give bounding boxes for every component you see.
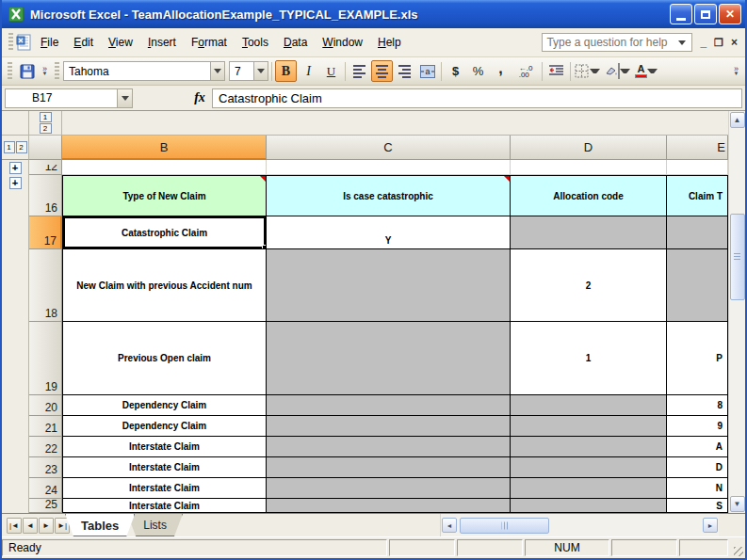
first-sheet-button[interactable]: |◄ [7, 518, 22, 534]
menu-tools[interactable]: Tools [235, 32, 276, 53]
cell-C23[interactable] [267, 457, 511, 478]
doc-minimize-button[interactable]: _ [700, 36, 706, 49]
cell-D24[interactable] [511, 478, 667, 499]
cell-B23[interactable]: Interstate Claim [62, 457, 267, 478]
cell-C12[interactable] [267, 160, 511, 175]
scroll-up-button[interactable]: ▲ [730, 112, 745, 128]
toolbar-overflow-button[interactable]: »▼ [39, 60, 51, 82]
row-outline-level-1-button[interactable]: 1 [4, 141, 15, 153]
merge-center-button[interactable]: a [416, 60, 438, 82]
row-header-22[interactable]: 22 [29, 437, 62, 457]
cell-D17[interactable] [511, 216, 667, 249]
cell-B21[interactable]: Dependency Claim [62, 416, 267, 437]
scroll-down-button[interactable]: ▼ [730, 496, 745, 512]
toolbar-overflow-button[interactable]: »▼ [730, 60, 742, 82]
align-left-button[interactable] [349, 60, 370, 82]
cell-D18[interactable]: 2 [511, 249, 667, 322]
cell-C16[interactable]: Is case catastrophic [267, 175, 511, 216]
font-size-dropdown[interactable] [253, 62, 268, 80]
cell-B24[interactable]: Interstate Claim [62, 478, 267, 499]
resize-grip[interactable] [730, 539, 743, 556]
toolbar-grip[interactable] [8, 62, 12, 81]
font-color-button[interactable]: A [632, 60, 660, 82]
cell-B16[interactable]: Type of New Claim [62, 175, 267, 216]
menu-window[interactable]: Window [315, 32, 370, 53]
row-outline-level-2-button[interactable]: 2 [16, 141, 27, 153]
cell-D12[interactable] [511, 160, 667, 175]
row-header-24[interactable]: 24 [29, 478, 62, 499]
menu-help[interactable]: Help [370, 32, 409, 53]
prev-sheet-button[interactable]: ◄ [23, 518, 38, 534]
cell-E25[interactable]: S [667, 499, 728, 513]
cell-B12[interactable] [62, 160, 267, 175]
italic-button[interactable]: I [298, 60, 319, 82]
cell-D20[interactable] [511, 395, 667, 416]
cell-C19[interactable] [267, 322, 511, 395]
minimize-button[interactable] [670, 4, 692, 24]
column-header-D[interactable]: D [511, 136, 667, 160]
vertical-scrollbar[interactable]: ▲ ▼ [728, 111, 745, 513]
decrease-indent-button[interactable] [545, 60, 567, 82]
help-search-box[interactable] [542, 33, 692, 52]
cell-D16[interactable]: Allocation code [511, 175, 667, 216]
cell-E21[interactable]: 9 [667, 416, 728, 437]
cell-E23[interactable]: D [667, 457, 728, 478]
toolbar-grip[interactable] [55, 62, 59, 81]
doc-close-button[interactable]: × [731, 36, 738, 49]
row-header-17[interactable]: 17 [29, 216, 62, 249]
cell-B18[interactable]: New Claim with previous Accident num [62, 249, 267, 322]
row-header-20[interactable]: 20 [29, 395, 62, 416]
cell-C21[interactable] [267, 416, 511, 437]
cell-B25[interactable]: Interstate Claim [62, 499, 267, 513]
cell-E22[interactable]: A [667, 437, 728, 457]
cell-E20[interactable]: 8 [667, 395, 728, 416]
cell-E12[interactable] [667, 160, 728, 175]
vertical-scrollbar-thumb[interactable] [730, 214, 745, 300]
column-outline-level-1-button[interactable]: 1 [40, 112, 52, 122]
font-name-combo[interactable]: Tahoma [63, 61, 225, 81]
close-button[interactable]: ✕ [719, 4, 741, 24]
cell-B19[interactable]: Previous Open claim [62, 322, 267, 395]
cell-E18[interactable] [667, 249, 728, 322]
menu-insert[interactable]: Insert [140, 32, 184, 53]
scroll-left-button[interactable]: ◄ [442, 518, 457, 533]
cell-C18[interactable] [267, 249, 511, 322]
cell-C17[interactable]: Y [267, 216, 511, 249]
cell-D22[interactable] [511, 437, 667, 457]
cell-C22[interactable] [267, 437, 511, 457]
expand-outline-button[interactable]: + [9, 162, 22, 174]
cell-D23[interactable] [511, 457, 667, 478]
menu-edit[interactable]: Edit [66, 32, 101, 53]
vertical-scrollbar-track[interactable] [730, 129, 745, 495]
bold-button[interactable]: B [275, 60, 297, 82]
align-center-button[interactable] [371, 60, 393, 82]
cell-D21[interactable] [511, 416, 667, 437]
row-header-23[interactable]: 23 [29, 457, 62, 478]
horizontal-scrollbar-track[interactable] [458, 518, 702, 534]
save-button[interactable] [16, 60, 38, 82]
cell-C25[interactable] [267, 499, 511, 513]
currency-button[interactable]: $ [445, 60, 466, 82]
cell-B22[interactable]: Interstate Claim [62, 437, 267, 457]
cell-B17[interactable]: Catastrophic Claim [62, 216, 267, 249]
column-outline-level-2-button[interactable]: 2 [40, 123, 52, 134]
menu-data[interactable]: Data [276, 32, 315, 53]
sheet-tab-lists[interactable]: Lists [127, 514, 183, 536]
cell-C20[interactable] [267, 395, 511, 416]
cell-E16[interactable]: Claim T [667, 175, 728, 216]
column-header-B[interactable]: B [62, 136, 267, 160]
row-header-16[interactable]: 16 [29, 175, 62, 216]
align-right-button[interactable] [394, 60, 415, 82]
maximize-button[interactable] [694, 4, 717, 24]
row-header-19[interactable]: 19 [29, 322, 62, 395]
expand-outline-button[interactable]: + [9, 177, 22, 189]
menu-view[interactable]: View [101, 32, 140, 53]
cell-D25[interactable] [511, 499, 667, 513]
help-search-input[interactable] [543, 34, 673, 51]
cell-C24[interactable] [267, 478, 511, 499]
select-all-corner[interactable] [29, 136, 62, 160]
insert-function-button[interactable]: fx [187, 88, 212, 108]
formula-input[interactable]: Catastrophic Claim [212, 88, 742, 108]
comma-button[interactable]: , [490, 60, 512, 82]
name-box[interactable]: B17 [5, 88, 118, 108]
